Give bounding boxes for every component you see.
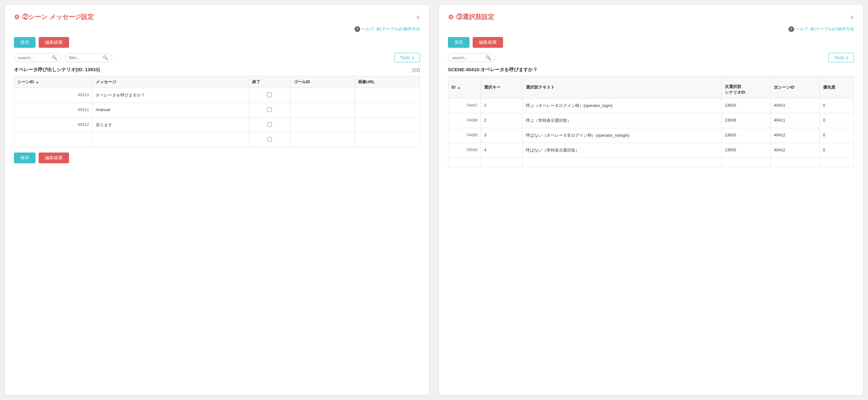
end-checkbox[interactable] (267, 122, 272, 127)
left-scenario-title-row: オペレータ呼び出しシナリオ[ID: 13933] (12) (14, 67, 420, 73)
cell-id (448, 158, 481, 167)
left-toolbar-top: 保存 編集破棄 (14, 37, 420, 48)
discard-button-right-top[interactable]: 編集破棄 (473, 37, 503, 48)
cell-scene-id: 40411 (14, 103, 93, 118)
tools-button-right[interactable]: Tools ∨ (828, 53, 854, 62)
cell-end[interactable] (249, 118, 290, 133)
cell-priority (819, 158, 854, 167)
cell-next-scene-id: 40411 (770, 113, 819, 128)
col-id[interactable]: ID ▲ (448, 76, 481, 98)
cell-choice-text: 呼ぶ（オペレータログイン時）{operator_login} (522, 98, 721, 113)
table-row: 74499 3 呼ばない（オペレータ非ログイン時）{operator_nolog… (448, 128, 854, 143)
cell-choice-text (522, 158, 721, 167)
left-panel-title-text: ②シーン メッセージ設定 (22, 13, 94, 21)
help-link-left[interactable]: ヘルプ: 表(テーブル)の操作方法 (362, 26, 420, 32)
cell-image-url (355, 118, 420, 133)
cell-scene-id: 40412 (14, 118, 93, 133)
chevron-down-icon-right[interactable]: ∨ (850, 13, 854, 21)
cell-next-choice-scenario-id: 13933 (721, 98, 770, 113)
cell-next-scene-id: 40411 (770, 98, 819, 113)
col-image-url[interactable]: 画像URL (355, 76, 420, 88)
cell-choice-text: 呼ばない（オペレータ非ログイン時）{operator_nologin} (522, 128, 721, 143)
right-table: ID ▲ 選択キー 選択肢テキスト 次選択肢シナリオID 次シーンID (448, 76, 854, 167)
col-end[interactable]: 終了 (249, 76, 290, 88)
cell-image-url (355, 88, 420, 103)
left-filter-box: 🔍 (65, 53, 112, 62)
left-panel: ⚙ ②シーン メッセージ設定 ∨ ? ヘルプ: 表(テーブル)の操作方法 保存 … (5, 5, 429, 395)
cell-priority: 0 (819, 128, 854, 143)
tools-chevron-right: ∨ (845, 55, 849, 60)
col-next-choice[interactable]: 次選択肢シナリオID (721, 76, 770, 98)
right-panel-header: ⚙ ③選択肢設定 ∨ (448, 13, 854, 21)
cell-end[interactable] (249, 88, 290, 103)
sort-icon-scene-id: ▲ (36, 80, 39, 84)
right-panel-title: ⚙ ③選択肢設定 (448, 13, 494, 21)
filter-icon-left: 🔍 (103, 55, 108, 60)
help-link-right[interactable]: ヘルプ: 表(テーブル)の操作方法 (796, 26, 854, 32)
cell-choice-key: 4 (481, 143, 523, 158)
col-choice-text[interactable]: 選択肢テキスト (522, 76, 721, 98)
save-button-right-top[interactable]: 保存 (448, 37, 469, 48)
left-search-input[interactable] (18, 55, 50, 60)
tools-button-left[interactable]: Tools ∨ (394, 53, 420, 62)
cell-message (92, 133, 249, 147)
cell-choice-text: 呼ばない（常時表示選択肢） (522, 143, 721, 158)
chevron-down-icon-left[interactable]: ∨ (416, 13, 420, 21)
save-button-left-top[interactable]: 保存 (14, 37, 35, 48)
cell-end[interactable] (249, 133, 290, 147)
gear-icon-right: ⚙ (448, 13, 454, 21)
discard-button-left-top[interactable]: 編集破棄 (39, 37, 69, 48)
table-row: 40411 /manual (14, 103, 420, 118)
save-button-left-bottom[interactable]: 保存 (14, 153, 35, 163)
end-checkbox[interactable] (267, 137, 272, 142)
cell-id: 74499 (448, 128, 481, 143)
end-checkbox[interactable] (267, 107, 272, 112)
right-search-input[interactable] (452, 55, 484, 60)
right-search-row: 🔍 Tools ∨ (448, 53, 854, 62)
tools-label-left: Tools (400, 55, 410, 60)
tools-label-right: Tools (834, 55, 844, 60)
col-message[interactable]: メッセージ (92, 76, 249, 88)
cell-image-url (355, 103, 420, 118)
table-row: 74500 4 呼ばない（常時表示選択肢） 13933 40412 0 (448, 143, 854, 158)
col-priority[interactable]: 優先度 (819, 76, 854, 98)
cell-choice-key (481, 158, 523, 167)
left-toolbar-bottom: 保存 編集破棄 (14, 153, 420, 163)
right-search-box: 🔍 (448, 53, 495, 62)
gear-icon-left: ⚙ (14, 13, 20, 21)
table-row: 74498 2 呼ぶ（常時表示選択肢） 13933 40411 0 (448, 113, 854, 128)
right-toolbar-top: 保存 編集破棄 (448, 37, 854, 48)
cell-id: 74497 (448, 98, 481, 113)
cell-goal-id (290, 118, 355, 133)
cell-next-scene-id: 40412 (770, 128, 819, 143)
col-next-scene[interactable]: 次シーンID (770, 76, 819, 98)
discard-button-left-bottom[interactable]: 編集破棄 (39, 153, 69, 163)
left-scenario-count: (12) (412, 67, 420, 72)
col-goal-id[interactable]: ゴールID (290, 76, 355, 88)
cell-goal-id (290, 133, 355, 147)
cell-choice-key: 1 (481, 98, 523, 113)
col-choice-key[interactable]: 選択キー (481, 76, 523, 98)
cell-choice-text: 呼ぶ（常時表示選択肢） (522, 113, 721, 128)
cell-next-scene-id: 40412 (770, 143, 819, 158)
cell-id: 74500 (448, 143, 481, 158)
cell-image-url (355, 133, 420, 147)
end-checkbox[interactable] (267, 92, 272, 97)
cell-next-choice-scenario-id: 13933 (721, 128, 770, 143)
table-row (14, 133, 420, 147)
table-row (448, 158, 854, 167)
left-filter-input[interactable] (69, 55, 101, 60)
cell-scene-id: 40410 (14, 88, 93, 103)
right-scene-header: SCENE:40410:オペレータを呼びますか？ (448, 67, 854, 73)
cell-message: /manual (92, 103, 249, 118)
help-icon-left: ? (354, 26, 360, 32)
cell-next-choice-scenario-id: 13933 (721, 113, 770, 128)
cell-message: オペレータを呼びますか？ (92, 88, 249, 103)
cell-next-scene-id (770, 158, 819, 167)
right-panel-title-text: ③選択肢設定 (456, 13, 494, 21)
left-search-box: 🔍 (14, 53, 61, 62)
col-scene-id[interactable]: シーンID ▲ (14, 76, 93, 88)
cell-end[interactable] (249, 103, 290, 118)
cell-id: 74498 (448, 113, 481, 128)
right-panel: ⚙ ③選択肢設定 ∨ ? ヘルプ: 表(テーブル)の操作方法 保存 編集破棄 🔍… (439, 5, 863, 395)
